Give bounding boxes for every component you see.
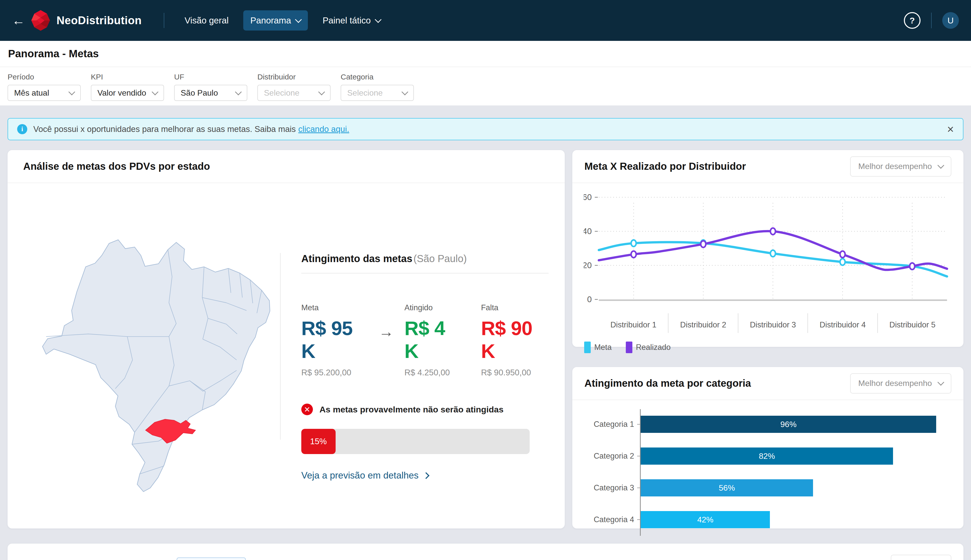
evolution-card: Evolução da Meta X Realizado Últimos 12 … (8, 543, 963, 560)
metric-falta: Falta R$ 90 K R$ 90.950,00 (481, 303, 550, 377)
bars-card-sort-dropdown[interactable]: Melhor desempenho (850, 373, 951, 393)
goal-attainment-pane: Atingimento das metas (São Paulo) Meta R… (301, 253, 550, 481)
line-chart: 0204060 (584, 187, 952, 313)
categoria-placeholder: Selecione (347, 88, 383, 98)
bar[interactable]: 56% (641, 479, 813, 497)
bar-category-label: Categoria 3 (584, 483, 634, 492)
chevron-down-icon (318, 88, 325, 95)
svg-text:0: 0 (587, 295, 592, 304)
legend-item: Realizado (626, 342, 671, 353)
banner-text: Você possui x oportunidades para melhora… (33, 124, 296, 134)
x-axis-label: Distribuidor 1 (599, 313, 669, 333)
brand-logo-icon (31, 10, 50, 31)
metrics-row: Meta R$ 95 K R$ 95.200,00 → Atingido R$ … (301, 303, 550, 377)
categoria-select[interactable]: Selecione (340, 85, 414, 101)
bar[interactable]: 42% (641, 511, 770, 528)
dropdown-value: Melhor desempenho (858, 162, 932, 171)
filter-kpi: KPI Valor vendido (91, 73, 164, 101)
link-label: Veja a previsão em detalhes (301, 470, 419, 481)
metric-detail: R$ 4.250,00 (404, 368, 463, 377)
metric-label: Atingido (404, 303, 463, 312)
brazil-map[interactable] (23, 224, 273, 496)
bar-value-label: 96% (781, 420, 797, 429)
progress-fill: 15% (301, 429, 335, 454)
bar-chart-area: Categoria 1 96% Categoria 2 82% Categori… (572, 400, 963, 536)
legend-item: Meta (584, 342, 612, 353)
uf-value: São Paulo (181, 88, 218, 98)
bar-row: Categoria 1 96% (641, 416, 953, 433)
period-badge: Últimos 12 meses (177, 557, 246, 560)
metric-value: R$ 95 K (301, 317, 370, 363)
chevron-down-icon (402, 88, 408, 95)
line-card-title: Meta X Realizado por Distribuidor (584, 161, 746, 172)
legend-swatch (626, 342, 632, 353)
opportunities-banner: i Você possui x oportunidades para melho… (8, 118, 963, 140)
top-nav-bar: ← NeoDistribution Visão geral Panorama P… (0, 0, 971, 41)
nav-divider (164, 13, 164, 28)
periodo-select[interactable]: Mês atual (8, 85, 81, 101)
bar-category-label: Categoria 1 (584, 420, 634, 429)
axis-tick (637, 424, 640, 425)
subheader: Panorama - Metas Período Mês atual KPI V… (0, 41, 971, 105)
filter-label: Categoria (340, 73, 414, 81)
legend-label: Realizado (636, 343, 671, 352)
svg-text:60: 60 (584, 192, 592, 202)
x-axis-label: Distribuidor 5 (878, 313, 947, 333)
axis-tick (637, 488, 640, 488)
kpi-value: Valor vendido (97, 88, 146, 98)
distribuidor-placeholder: Selecione (264, 88, 300, 98)
bar[interactable]: 96% (641, 416, 936, 433)
bar-value-label: 56% (719, 483, 735, 493)
chevron-down-icon (295, 16, 302, 23)
arrow-right-icon: → (379, 323, 394, 340)
info-icon: i (17, 124, 27, 134)
x-axis-labels: Distribuidor 1Distribuidor 2Distribuidor… (599, 313, 947, 333)
kpi-select[interactable]: Valor vendido (91, 85, 164, 101)
page-title: Panorama - Metas (8, 48, 98, 60)
nav-item-painel-tatico[interactable]: Painel tático (315, 10, 388, 30)
forecast-detail-link[interactable]: Veja a previsão em detalhes (301, 470, 550, 481)
svg-text:40: 40 (584, 227, 592, 236)
axis-tick (637, 456, 640, 456)
x-axis-label: Distribuidor 2 (669, 313, 738, 333)
bar[interactable]: 82% (641, 447, 893, 465)
bar-row: Categoria 4 42% (641, 511, 953, 528)
chevron-down-icon (938, 379, 944, 386)
map-card-title: Análise de metas dos PDVs por estado (23, 161, 210, 172)
uf-select[interactable]: São Paulo (174, 85, 247, 101)
bottom-card-title: Evolução da Meta X Realizado (23, 559, 168, 560)
granularity-dropdown[interactable]: Mensal (891, 555, 951, 560)
legend-swatch (584, 342, 591, 353)
metric-detail: R$ 90.950,00 (481, 368, 550, 377)
help-icon[interactable]: ? (904, 12, 921, 29)
bar-value-label: 42% (697, 515, 713, 525)
dropdown-value: Melhor desempenho (858, 378, 932, 388)
filter-label: Período (8, 73, 81, 81)
legend-label: Meta (594, 343, 612, 352)
chevron-down-icon (152, 88, 158, 95)
chevron-down-icon (235, 88, 242, 95)
line-card-sort-dropdown[interactable]: Melhor desempenho (850, 157, 951, 177)
line-chart-area: 0204060 Distribuidor 1Distribuidor 2Dist… (572, 183, 963, 353)
chevron-right-icon (423, 472, 429, 479)
back-button[interactable]: ← (7, 9, 30, 32)
metric-label: Meta (301, 303, 370, 312)
metric-value: R$ 4 K (404, 317, 463, 363)
filter-distribuidor: Distribuidor Selecione (257, 73, 330, 101)
close-icon[interactable]: × (947, 123, 954, 135)
nav-item-painel-tatico-label: Painel tático (322, 15, 371, 25)
avatar[interactable]: U (942, 12, 959, 29)
nav-item-visao-geral[interactable]: Visão geral (177, 10, 235, 30)
filter-label: UF (174, 73, 247, 81)
bar-category-label: Categoria 4 (584, 515, 634, 524)
bar-chart: Categoria 1 96% Categoria 2 82% Categori… (640, 409, 953, 536)
nav-item-panorama[interactable]: Panorama (243, 10, 308, 30)
bar-row: Categoria 2 82% (641, 447, 953, 465)
distribuidor-select[interactable]: Selecione (257, 85, 330, 101)
banner-link[interactable]: clicando aqui. (298, 124, 349, 134)
filter-label: KPI (91, 73, 164, 81)
goal-progress-bar: 15% (301, 429, 530, 454)
metric-detail: R$ 95.200,00 (301, 368, 370, 377)
section-subtitle: (São Paulo) (414, 253, 467, 264)
metric-label: Falta (481, 303, 550, 312)
